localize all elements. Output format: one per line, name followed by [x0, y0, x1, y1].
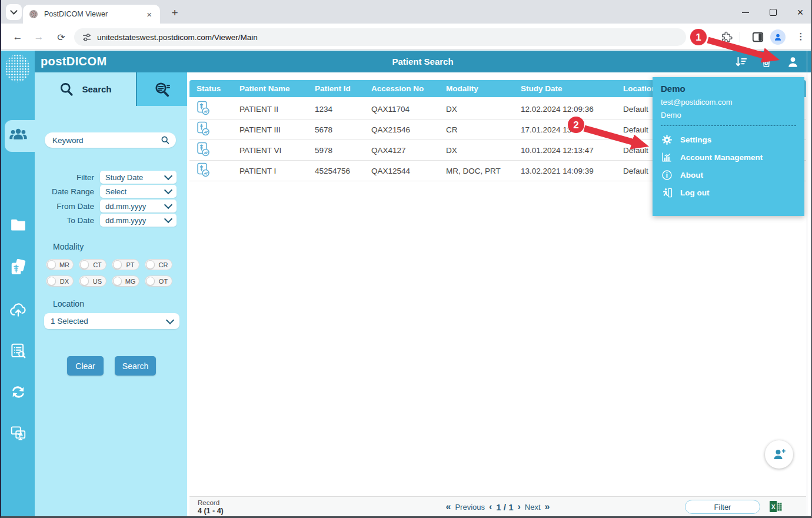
modality-toggle-dx[interactable]: DX [46, 275, 74, 287]
user-account-icon[interactable] [786, 55, 800, 69]
cell-modality: CR [446, 125, 521, 134]
sidebar-item-share[interactable] [1, 420, 35, 446]
modality-label: Modality [53, 242, 84, 251]
previous-page-icon[interactable]: ‹ [489, 502, 492, 512]
col-accession-no[interactable]: Accession No [371, 84, 446, 93]
user-email: test@postdicom.com [661, 98, 796, 107]
search-button[interactable]: Search [115, 356, 156, 376]
keyword-search-field[interactable] [45, 132, 176, 148]
window-close-button[interactable]: × [793, 6, 808, 18]
toggle-knob [113, 277, 122, 285]
profile-person-icon [773, 32, 783, 42]
keyword-input[interactable] [45, 136, 161, 145]
back-button[interactable]: ← [9, 29, 26, 45]
menu-item-logout[interactable]: Log out [661, 184, 796, 201]
sidebar-item-worklist[interactable] [1, 338, 35, 364]
menu-item-about[interactable]: About [661, 166, 796, 184]
modality-toggle-mg[interactable]: MG [112, 275, 139, 287]
sidebar-item-sync[interactable] [1, 379, 35, 405]
modality-toggle-ct[interactable]: CT [79, 259, 107, 270]
chevron-down-icon [166, 316, 174, 324]
clear-button[interactable]: Clear [67, 356, 104, 376]
sort-studies-icon[interactable] [734, 55, 748, 69]
browser-titlebar: PostDICOM Viewer × + × [1, 0, 811, 24]
user-name: Demo [661, 84, 796, 94]
first-page-icon[interactable]: « [446, 502, 451, 512]
col-modality[interactable]: Modality [446, 84, 521, 93]
cell-study-date: 13.02.2021 14:09:39 [521, 167, 623, 175]
filter-select[interactable]: Study Date [100, 171, 177, 184]
col-patient-name[interactable]: Patient Name [239, 84, 315, 93]
table-footer: Record 4 (1 - 4) « Previous ‹ 1 / 1 › Ne… [189, 496, 806, 516]
cloud-upload-icon [9, 300, 28, 319]
modality-toggle-pt[interactable]: PT [112, 259, 139, 270]
chevron-down-icon [164, 186, 172, 194]
tab-advanced-search[interactable] [137, 72, 187, 106]
search-icon[interactable] [161, 135, 170, 145]
date-range-label: Date Range [35, 187, 100, 196]
extensions-puzzle-icon[interactable] [720, 31, 733, 44]
date-range-select[interactable]: Select [100, 185, 177, 198]
from-date-select[interactable]: dd.mm.yyyy [100, 200, 177, 212]
browser-profile-avatar[interactable] [770, 29, 786, 45]
window-minimize-button[interactable] [738, 6, 753, 18]
tab-close-icon[interactable]: × [144, 9, 154, 19]
url-text: unitedstateswest.postdicom.com/Viewer/Ma… [97, 33, 258, 42]
browser-toolbar: ← → ⟳ unitedstateswest.postdicom.com/Vie… [1, 24, 811, 50]
status-report-check-icon [197, 162, 239, 180]
sidebar-item-upload[interactable] [1, 297, 35, 323]
previous-page-button[interactable]: Previous [455, 503, 485, 512]
sidebar-item-studies[interactable] [1, 254, 35, 280]
next-page-icon[interactable]: › [518, 502, 521, 512]
col-status[interactable]: Status [197, 84, 239, 93]
col-patient-id[interactable]: Patient Id [315, 84, 371, 93]
status-report-check-icon [197, 101, 239, 118]
cell-patient-name: PATIENT VI [239, 146, 315, 155]
table-filter-input[interactable]: Filter [685, 500, 760, 514]
cell-study-date: 10.01.2024 12:13:47 [521, 146, 623, 155]
next-page-button[interactable]: Next [525, 503, 541, 512]
postdicom-brain-logo [5, 54, 32, 82]
location-select[interactable]: 1 Selected [44, 313, 179, 329]
cell-accession-no: QAX12544 [371, 167, 446, 175]
cell-patient-id: 1234 [315, 105, 371, 114]
toggle-knob [113, 260, 122, 269]
modality-toggle-us[interactable]: US [79, 275, 107, 287]
toggle-knob [80, 277, 89, 285]
site-settings-icon[interactable] [82, 33, 91, 42]
cell-patient-id: 5678 [315, 125, 371, 134]
from-date-row: From Date dd.mm.yyyy [35, 200, 177, 212]
site-favicon [29, 9, 38, 19]
modality-toggle-mr[interactable]: MR [46, 259, 74, 270]
page-indicator: 1 / 1 [496, 502, 513, 512]
sort-descending-caret-icon[interactable] [525, 74, 531, 78]
menu-item-settings[interactable]: Settings [661, 131, 796, 148]
reload-button[interactable]: ⟳ [53, 29, 69, 45]
forward-button[interactable]: → [31, 29, 47, 45]
tab-basic-search[interactable]: Search [35, 72, 136, 106]
recycle-bin-icon[interactable] [759, 55, 773, 69]
col-study-date[interactable]: Study Date [521, 84, 623, 93]
window-maximize-button[interactable] [766, 6, 781, 18]
to-date-select[interactable]: dd.mm.yyyy [100, 214, 177, 227]
add-patient-button[interactable] [765, 440, 793, 469]
new-tab-button[interactable]: + [167, 5, 182, 21]
sidebar-item-patients[interactable] [1, 121, 35, 147]
modality-toggle-cr[interactable]: CR [145, 259, 172, 270]
menu-item-account-management[interactable]: Account Management [661, 148, 796, 166]
cell-modality: MR, DOC, PRT [446, 167, 521, 175]
menu-item-label: Settings [680, 135, 711, 144]
cell-patient-id: 45254756 [315, 167, 371, 175]
side-panel-icon[interactable] [751, 31, 764, 44]
chevron-down-icon [10, 7, 18, 15]
export-excel-icon[interactable]: X [769, 500, 783, 513]
patients-people-icon [9, 125, 28, 144]
browser-tab[interactable]: PostDICOM Viewer × [23, 5, 160, 24]
browser-menu-kebab-icon[interactable]: ⋮ [796, 30, 806, 43]
sidebar-item-folders[interactable] [1, 212, 35, 238]
last-page-icon[interactable]: » [545, 502, 550, 512]
address-bar[interactable]: unitedstateswest.postdicom.com/Viewer/Ma… [74, 28, 686, 46]
bar-chart-icon [661, 151, 673, 163]
modality-toggle-ot[interactable]: OT [145, 275, 172, 287]
tab-search-button[interactable] [6, 4, 22, 20]
